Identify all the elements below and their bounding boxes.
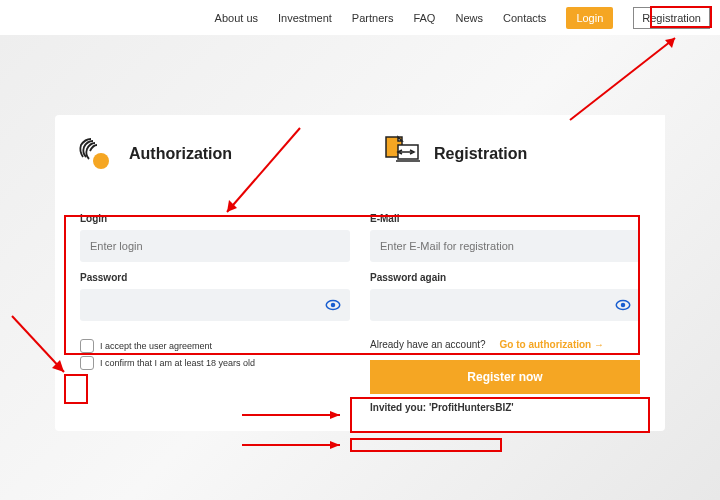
right-column: Already have an account? Go to authoriza… — [370, 339, 640, 413]
svg-point-6 — [331, 303, 336, 308]
nav-investment[interactable]: Investment — [278, 12, 332, 24]
arrow-right-icon: → — [594, 339, 604, 350]
password2-field-group: Password again — [370, 272, 640, 321]
checkbox-group: I accept the user agreement I confirm th… — [80, 339, 350, 413]
svg-point-0 — [93, 153, 109, 169]
email-field-group: E-Mail — [370, 213, 640, 262]
age-check-item: I confirm that I am at least 18 years ol… — [80, 356, 350, 370]
agreement-label: I accept the user agreement — [100, 341, 212, 351]
form-grid: Login E-Mail Password Password again — [55, 203, 665, 339]
nav-partners[interactable]: Partners — [352, 12, 394, 24]
svg-point-8 — [621, 303, 626, 308]
nav-contacts[interactable]: Contacts — [503, 12, 546, 24]
invited-by-text: Invited you: 'ProfitHuntersBIZ' — [370, 402, 640, 413]
eye-icon[interactable] — [324, 296, 342, 314]
nav-faq[interactable]: FAQ — [413, 12, 435, 24]
password-input[interactable] — [80, 289, 350, 321]
password-label: Password — [80, 272, 350, 283]
already-account: Already have an account? Go to authoriza… — [370, 339, 640, 350]
login-button[interactable]: Login — [566, 7, 613, 29]
password2-label: Password again — [370, 272, 640, 283]
email-label: E-Mail — [370, 213, 640, 224]
login-field-group: Login — [80, 213, 350, 262]
email-input[interactable] — [370, 230, 640, 262]
nav-about[interactable]: About us — [215, 12, 258, 24]
age-label: I confirm that I am at least 18 years ol… — [100, 358, 255, 368]
login-input[interactable] — [80, 230, 350, 262]
go-authorization-link[interactable]: Go to authorization — [500, 339, 592, 350]
already-text: Already have an account? — [370, 339, 486, 350]
tab-auth-label: Authorization — [129, 145, 232, 163]
registration-nav-button[interactable]: Registration — [633, 7, 710, 29]
top-nav: About us Investment Partners FAQ News Co… — [0, 0, 720, 35]
tab-reg-label: Registration — [434, 145, 527, 163]
register-button[interactable]: Register now — [370, 360, 640, 394]
age-checkbox[interactable] — [80, 356, 94, 370]
password2-input[interactable] — [370, 289, 640, 321]
registration-card: Authorization Registration Login — [55, 115, 665, 431]
agreement-checkbox[interactable] — [80, 339, 94, 353]
eye-icon[interactable] — [614, 296, 632, 314]
password-field-group: Password — [80, 272, 350, 321]
nav-news[interactable]: News — [455, 12, 483, 24]
agreement-check-item: I accept the user agreement — [80, 339, 350, 353]
login-label: Login — [80, 213, 350, 224]
bottom-row: I accept the user agreement I confirm th… — [55, 339, 665, 413]
tab-registration[interactable]: Registration — [360, 115, 665, 193]
document-transfer-icon — [380, 133, 422, 175]
tabs: Authorization Registration — [55, 115, 665, 193]
fingerprint-icon — [75, 133, 117, 175]
tab-authorization[interactable]: Authorization — [55, 115, 360, 193]
